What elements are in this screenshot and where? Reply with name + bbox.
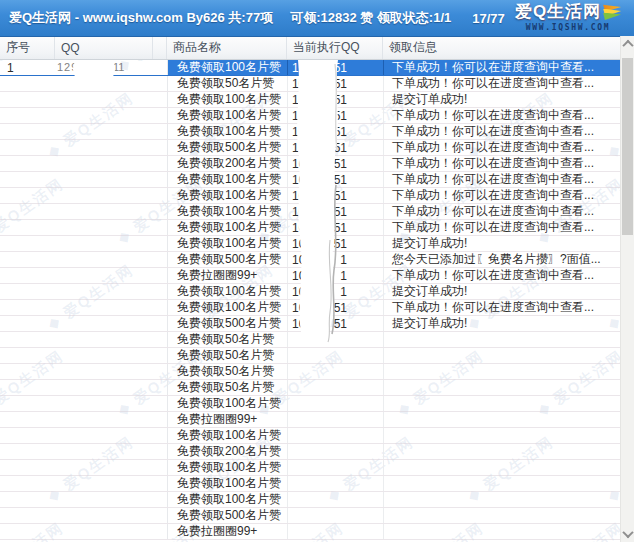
table-row[interactable]: 免费领取100名片赞 10 51 下单成功！你可以在进度查询中查看...	[0, 220, 620, 236]
table-row[interactable]: 免费领取50名片赞	[0, 332, 620, 348]
table-row[interactable]: 免费领取50名片赞	[0, 364, 620, 380]
table-row[interactable]: 免费领取500名片赞 10 51 下单成功！你可以在进度查询中查看...	[0, 140, 620, 156]
cell-info: 下单成功！你可以在进度查询中查看...	[383, 220, 620, 235]
column-header-gap	[153, 36, 167, 59]
column-header-info[interactable]: 领取信息	[383, 36, 620, 59]
cell-qq	[55, 428, 153, 443]
column-header-exec-qq[interactable]: 当前执行QQ	[287, 36, 383, 59]
column-header-product[interactable]: 商品名称	[167, 36, 287, 59]
cell-qq	[55, 364, 153, 379]
cell-exec-qq	[287, 396, 383, 411]
table-row[interactable]: 免费拉圈圈99+ 10 1 下单成功！你可以在进度查询中查看...	[0, 268, 620, 284]
table-row[interactable]: 免费领取500名片赞 10 1 您今天已添加过〖免费名片攒〗?面值...	[0, 252, 620, 268]
cell-info	[383, 332, 620, 347]
exec-suffix: 51	[334, 221, 347, 235]
exec-prefix: 100	[288, 301, 312, 315]
cell-seq	[0, 172, 55, 187]
exec-prefix: 100	[288, 61, 312, 75]
app-window: 爱Q生活网 - www.iqshw.com By626 共:77项 可领:128…	[0, 0, 634, 542]
exec-suffix: 51	[334, 77, 347, 91]
table-header: 序号 QQ 商品名称 当前执行QQ 领取信息	[0, 36, 620, 60]
table-row[interactable]: 免费领取50名片赞	[0, 348, 620, 364]
cell-info	[383, 428, 620, 443]
table-row[interactable]: 免费领取100名片赞 10 51 提交订单成功!	[0, 236, 620, 252]
cell-seq	[0, 124, 55, 139]
exec-suffix: 351	[327, 205, 347, 219]
cell-gap	[153, 220, 167, 235]
table-row[interactable]: 免费领取50名片赞	[0, 380, 620, 396]
cell-exec-qq: 10 51	[287, 236, 383, 251]
cell-info: 下单成功！你可以在进度查询中查看...	[383, 108, 620, 123]
cell-exec-qq	[287, 332, 383, 347]
table-row[interactable]: 免费领取100名片赞	[0, 492, 620, 508]
cell-exec-qq: 10 51	[287, 124, 383, 139]
cell-gap	[153, 316, 167, 331]
table-row[interactable]: 免费领取100名片赞 10 351 下单成功！你可以在进度查询中查看...	[0, 204, 620, 220]
table-row[interactable]: 免费拉圈圈99+	[0, 412, 620, 428]
cell-gap	[153, 156, 167, 171]
cell-qq	[55, 316, 153, 331]
cell-info: 下单成功！你可以在进度查询中查看...	[383, 76, 620, 91]
table-row[interactable]: 免费领取500名片赞	[0, 508, 620, 524]
table-row[interactable]: 免费领取100名片赞 10 1 提交订单成功!	[0, 284, 620, 300]
cell-seq	[0, 300, 55, 315]
scroll-up-button[interactable]	[621, 36, 634, 52]
cell-exec-qq	[287, 412, 383, 427]
table-row[interactable]: 免费领取100名片赞 10 351 下单成功！你可以在进度查询中查看...	[0, 188, 620, 204]
table-row[interactable]: 免费领取100名片赞	[0, 476, 620, 492]
cell-exec-qq: 10 351	[287, 188, 383, 203]
cell-info: 下单成功！你可以在进度查询中查看...	[383, 268, 620, 283]
scroll-down-button[interactable]	[621, 526, 634, 542]
cell-qq	[55, 204, 153, 219]
table-row[interactable]: 免费领取100名片赞 10 351 下单成功！你可以在进度查询中查看...	[0, 172, 620, 188]
cell-seq	[0, 268, 55, 283]
window-title: 爱Q生活网 - www.iqshw.com By626 共:77项	[9, 9, 273, 27]
cell-exec-qq: 10 51	[287, 108, 383, 123]
table-row[interactable]: 免费领取100名片赞	[0, 428, 620, 444]
cell-seq	[0, 460, 55, 475]
scrollbar-thumb[interactable]	[622, 58, 633, 235]
qq-fragment-right: 11	[113, 61, 124, 73]
table-row[interactable]: 免费领取100名片赞	[0, 396, 620, 412]
table-row[interactable]: 免费领取200名片赞 10 351 下单成功！你可以在进度查询中查看...	[0, 156, 620, 172]
cell-product: 免费拉圈圈99+	[167, 412, 287, 427]
cell-exec-qq	[287, 492, 383, 507]
cell-seq	[0, 156, 55, 171]
cell-gap	[153, 92, 167, 107]
table-row[interactable]: 免费拉圈圈99+	[0, 524, 620, 540]
table-row[interactable]: 免费领取100名片赞	[0, 460, 620, 476]
exec-prefix: 10	[288, 157, 305, 171]
table-row[interactable]: 免费领取50名片赞 10 51 下单成功！你可以在进度查询中查看...	[0, 76, 620, 92]
exec-prefix: 10	[288, 237, 305, 251]
cell-qq	[55, 412, 153, 427]
cell-exec-qq	[287, 524, 383, 539]
table-row[interactable]: 1 129 11 免费领取100名片赞 100 51 下单成功！你可以在进度查询…	[0, 60, 620, 76]
table-row[interactable]: 免费领取100名片赞 10 51 提交订单成功!	[0, 92, 620, 108]
cell-exec-qq	[287, 348, 383, 363]
vertical-scrollbar[interactable]	[620, 36, 634, 542]
column-header-seq[interactable]: 序号	[0, 36, 55, 59]
cell-info: 下单成功！你可以在进度查询中查看...	[383, 188, 620, 203]
table-row[interactable]: 免费领取100名片赞 100 51 下单成功！你可以在进度查询中查看...	[0, 300, 620, 316]
cell-info	[383, 508, 620, 523]
titlebar[interactable]: 爱Q生活网 - www.iqshw.com By626 共:77项 可领:128…	[0, 0, 634, 37]
cell-product: 免费领取100名片赞	[167, 92, 287, 107]
table-row[interactable]: 免费领取200名片赞	[0, 444, 620, 460]
cell-gap	[153, 444, 167, 459]
table-row[interactable]: 免费领取100名片赞 10 51 下单成功！你可以在进度查询中查看...	[0, 124, 620, 140]
exec-prefix: 10	[288, 141, 305, 155]
chevron-up-icon	[622, 40, 633, 51]
column-header-qq[interactable]: QQ	[55, 36, 153, 59]
cell-product: 免费领取500名片赞	[167, 316, 287, 331]
table-row[interactable]: 免费领取100名片赞 10 51 下单成功！你可以在进度查询中查看...	[0, 108, 620, 124]
cell-info	[383, 412, 620, 427]
cell-seq	[0, 380, 55, 395]
cell-seq	[0, 236, 55, 251]
cell-gap	[153, 348, 167, 363]
cell-product: 免费领取100名片赞	[167, 204, 287, 219]
cell-exec-qq: 10 351	[287, 172, 383, 187]
cell-seq	[0, 492, 55, 507]
table-row[interactable]: 免费领取500名片赞 106 51 提交订单成功!	[0, 316, 620, 332]
exec-suffix: 1	[340, 285, 347, 299]
cell-exec-qq: 10 51	[287, 220, 383, 235]
